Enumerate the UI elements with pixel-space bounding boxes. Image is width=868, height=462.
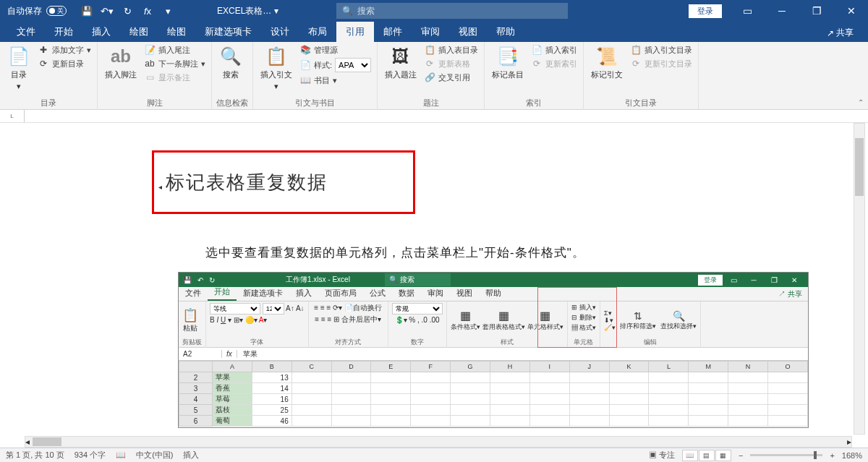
horizontal-ruler[interactable]: L [0, 110, 868, 123]
insert-footnote-button[interactable]: ab插入脚注 [102, 43, 140, 82]
update-toc-button[interactable]: ⟳更新目录 [36, 57, 93, 70]
page-indicator[interactable]: 第 1 页, 共 10 页 [6, 450, 64, 461]
share-button[interactable]: ↗ 共享 [820, 24, 861, 42]
quick-access-toolbar: 💾 ↶▾ ↻ fx ▾ [74, 5, 181, 17]
zoom-out-icon[interactable]: − [739, 451, 743, 460]
minimize-icon[interactable]: ─ [765, 0, 799, 22]
redo-icon[interactable]: ↻ [122, 5, 133, 17]
tab-help[interactable]: 帮助 [487, 22, 524, 42]
insert-citation-button[interactable]: 📋插入引文▾ [258, 43, 295, 93]
search-button[interactable]: 🔍搜索 [216, 43, 245, 82]
tab-file[interactable]: 文件 [7, 22, 45, 42]
citation-style-select[interactable]: 📄样式: APA [298, 57, 373, 73]
tab-home[interactable]: 开始 [45, 22, 82, 42]
group-label-toc: 目录 [4, 96, 93, 110]
collapse-ribbon-icon[interactable]: ⌃ [858, 98, 864, 106]
zoom-slider[interactable] [750, 454, 822, 456]
insert-endnote-button[interactable]: 📝插入尾注 [142, 43, 207, 56]
document-area: ◂ 标记表格重复数据 选中要查看重复数据的单元格列，点击菜单栏上"开始-条件格式… [0, 123, 868, 435]
view-web-icon[interactable]: ▦ [715, 450, 731, 461]
toggle-icon: 关 [46, 6, 67, 16]
excel-tab-data: 数据 [392, 286, 421, 301]
qat-more-icon[interactable]: ▾ [162, 5, 174, 17]
language-indicator[interactable]: 中文(中国) [136, 450, 173, 461]
update-index-icon: ⟳ [531, 58, 542, 69]
toc-icon: 📄 [7, 45, 30, 68]
group-label-research: 信息检索 [216, 96, 248, 110]
search-icon: 🔍 [342, 6, 353, 16]
tab-layout[interactable]: 布局 [299, 22, 336, 42]
view-read-icon[interactable]: 📖 [682, 450, 698, 461]
excel-titlebar: 💾 ↶ ↻ 工作簿1.xlsx - Excel 🔍 搜索 登录 ▭ ─ ❐ ✕ [179, 273, 808, 287]
autosave-toggle[interactable]: 自动保存 关 [0, 5, 74, 17]
style-dropdown[interactable]: APA [335, 58, 371, 72]
word-count[interactable]: 934 个字 [75, 450, 106, 461]
titlebar: 自动保存 关 💾 ↶▾ ↻ fx ▾ EXCEL表格…▾ 🔍 搜索 登录 ▭ ─… [0, 0, 868, 22]
tab-newtab[interactable]: 新建选项卡 [195, 22, 261, 42]
tab-view[interactable]: 视图 [449, 22, 487, 42]
excel-maximize-icon: ❐ [765, 276, 783, 284]
page[interactable]: ◂ 标记表格重复数据 选中要查看重复数据的单元格列，点击菜单栏上"开始-条件格式… [25, 127, 852, 435]
tab-references[interactable]: 引用 [336, 22, 374, 42]
view-print-icon[interactable]: ▤ [699, 450, 715, 461]
insert-index-button[interactable]: 📄插入索引 [529, 43, 579, 56]
show-notes-icon: ▭ [144, 72, 156, 83]
mark-entry-button[interactable]: 📑标记条目 [489, 43, 527, 82]
cross-ref-button[interactable]: 🔗交叉引用 [422, 71, 480, 84]
save-icon[interactable]: 💾 [81, 5, 93, 17]
toc-button[interactable]: 📄目录▾ [4, 43, 33, 93]
add-text-button[interactable]: ✚添加文字 ▾ [36, 43, 93, 56]
horizontal-scrollbar[interactable]: ◂▸ [25, 436, 852, 448]
focus-mode-button[interactable]: ▣ 专注 [649, 450, 675, 461]
insert-toc-auth-button[interactable]: 📋插入引文目录 [629, 43, 694, 56]
maximize-icon[interactable]: ❐ [800, 0, 833, 22]
excel-tab-formula: 公式 [363, 286, 392, 301]
update-toc-auth-icon: ⟳ [630, 58, 642, 69]
insert-caption-button[interactable]: 🖼插入题注 [382, 43, 420, 82]
group-label-toa: 引文目录 [588, 96, 694, 110]
citation-icon: 📋 [265, 45, 288, 68]
excel-tab-view: 视图 [450, 286, 479, 301]
ruler-corner: L [0, 110, 25, 122]
excel-ribbon-display-icon: ▭ [724, 276, 743, 284]
undo-icon[interactable]: ↶▾ [101, 5, 113, 17]
vertical-scrollbar[interactable] [854, 123, 865, 435]
tab-review[interactable]: 审阅 [412, 22, 449, 42]
bibliography-button[interactable]: 📖书目 ▾ [298, 74, 373, 87]
update-tof-button: ⟳更新表格 [422, 57, 480, 70]
manage-sources-button[interactable]: 📚管理源 [298, 43, 373, 56]
group-label-captions: 题注 [382, 96, 480, 110]
next-footnote-button[interactable]: ab下一条脚注 ▾ [142, 57, 207, 70]
insert-tof-button[interactable]: 📋插入表目录 [422, 43, 480, 56]
manage-icon: 📚 [299, 44, 311, 56]
tof-icon: 📋 [424, 44, 435, 56]
mark-cite-icon: 📜 [595, 45, 618, 68]
tab-insert[interactable]: 插入 [82, 22, 120, 42]
search-box[interactable]: 🔍 搜索 [336, 3, 568, 19]
fx-icon[interactable]: fx [142, 5, 153, 17]
autosave-label: 自动保存 [7, 5, 42, 17]
document-title[interactable]: EXCEL表格…▾ [217, 5, 278, 17]
next-footnote-icon: ab [144, 58, 156, 69]
login-button[interactable]: 登录 [689, 4, 722, 18]
update-index-button: ⟳更新索引 [529, 57, 579, 70]
insert-mode[interactable]: 插入 [183, 450, 199, 461]
excel-tab-file: 文件 [179, 286, 208, 301]
ribbon: 📄目录▾ ✚添加文字 ▾ ⟳更新目录 目录 ab插入脚注 📝插入尾注 ab下一条… [0, 42, 868, 110]
spellcheck-icon[interactable]: 📖 [116, 450, 126, 460]
zoom-level[interactable]: 168% [842, 451, 862, 460]
tab-draw1[interactable]: 绘图 [120, 22, 158, 42]
tab-mail[interactable]: 邮件 [374, 22, 412, 42]
add-text-icon: ✚ [38, 44, 49, 56]
ribbon-display-icon[interactable]: ▭ [731, 0, 764, 22]
document-heading[interactable]: 标记表格重复数据 [166, 170, 328, 195]
mark-citation-button[interactable]: 📜标记引文 [588, 43, 626, 82]
document-paragraph[interactable]: 选中要查看重复数据的单元格列，点击菜单栏上"开始-条件格式"。 [205, 244, 585, 261]
tab-design[interactable]: 设计 [261, 22, 299, 42]
tab-draw2[interactable]: 绘图 [158, 22, 195, 42]
close-icon[interactable]: ✕ [835, 0, 868, 22]
zoom-in-icon[interactable]: + [830, 451, 834, 460]
view-buttons: 📖 ▤ ▦ [682, 450, 731, 461]
show-notes-button: ▭显示备注 [142, 71, 207, 84]
excel-tab-new: 新建选项卡 [237, 286, 289, 301]
